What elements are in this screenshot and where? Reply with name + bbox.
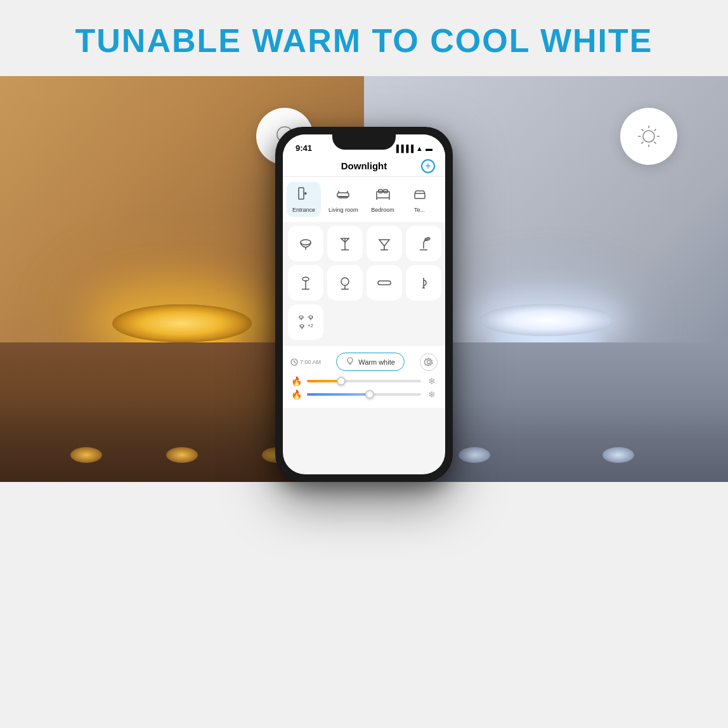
flame-icon: 🔥 (290, 376, 302, 386)
svg-line-9 (654, 142, 656, 144)
tab-bedroom-label: Bedroom (371, 207, 394, 213)
cool-light-fixture (479, 304, 613, 336)
warm-white-pill[interactable]: Warm white (336, 353, 405, 371)
svg-point-48 (300, 325, 304, 327)
light-item-floor-lamp[interactable] (327, 226, 363, 261)
svg-point-26 (301, 240, 311, 245)
bedroom-icon (375, 186, 391, 204)
svg-rect-22 (415, 193, 425, 198)
svg-line-52 (294, 362, 296, 363)
tab-living-label: Living room (328, 207, 358, 213)
warm-light-fixture (112, 304, 252, 342)
light-item-group[interactable]: +2 (288, 304, 323, 340)
living-room-icon (335, 186, 351, 204)
room-tabs: Entrance Living room (283, 177, 445, 222)
control-time: 7:00 AM (290, 358, 321, 366)
phone-notch (332, 134, 396, 150)
images-section: 9:41 ▐▐▐▐ ▲ ▬ Downlight + (0, 76, 728, 482)
other-icon (412, 186, 427, 204)
sun-icon (634, 122, 663, 151)
svg-point-44 (299, 316, 303, 318)
svg-point-46 (309, 316, 313, 318)
tab-entrance-label: Entrance (292, 207, 315, 213)
phone-screen: 9:41 ▐▐▐▐ ▲ ▬ Downlight + (283, 134, 445, 474)
cool-slider-row: 🔥 ❄ (290, 389, 438, 400)
app-title: Downlight (341, 160, 387, 171)
tab-other-label: Te... (414, 207, 425, 213)
phone-outer: 9:41 ▐▐▐▐ ▲ ▬ Downlight + (275, 127, 453, 482)
svg-line-10 (654, 129, 656, 131)
wifi-icon: ▲ (416, 145, 423, 152)
svg-point-3 (643, 131, 654, 142)
signal-icon: ▐▐▐▐ (394, 145, 413, 152)
warm-white-label: Warm white (358, 358, 395, 366)
entrance-icon (296, 186, 311, 204)
status-icons: ▐▐▐▐ ▲ ▬ (394, 145, 432, 152)
small-cool-light-1 (458, 447, 490, 463)
svg-rect-12 (299, 188, 304, 199)
svg-rect-14 (339, 197, 348, 198)
cool-slider-thumb[interactable] (365, 390, 374, 399)
add-button[interactable]: + (421, 159, 435, 173)
cool-slider-fill (307, 393, 370, 396)
phone-wrapper: 9:41 ▐▐▐▐ ▲ ▬ Downlight + (275, 127, 453, 482)
tab-living-room[interactable]: Living room (323, 182, 363, 217)
flame-icon-2: 🔥 (290, 389, 302, 400)
svg-rect-41 (378, 281, 391, 285)
tab-entrance[interactable]: Entrance (287, 182, 321, 217)
snowflake-icon-1: ❄ (426, 376, 438, 386)
svg-line-11 (642, 142, 644, 144)
svg-point-54 (427, 360, 431, 363)
status-time: 9:41 (296, 143, 312, 153)
light-item-wall-lamp[interactable] (406, 265, 441, 301)
light-item-floor-lamp-2[interactable] (288, 265, 323, 301)
control-time-label: 7:00 AM (300, 359, 321, 365)
svg-line-8 (642, 129, 644, 131)
warm-slider-track[interactable] (307, 380, 421, 382)
cool-icon-bubble (620, 108, 677, 165)
clock-icon (290, 358, 298, 366)
tab-other[interactable]: Te... (403, 182, 437, 217)
battery-icon: ▬ (426, 145, 432, 152)
small-warm-light-1 (70, 447, 102, 463)
bottom-control: 7:00 AM Warm white (283, 346, 445, 408)
tab-bedroom[interactable]: Bedroom (366, 182, 400, 217)
warm-slider-thumb[interactable] (337, 377, 346, 386)
warm-slider-fill (307, 380, 341, 382)
settings-button[interactable] (420, 353, 438, 371)
group-count-label: +2 (308, 323, 313, 330)
light-item-strip[interactable] (367, 265, 402, 301)
light-item-desk-lamp[interactable] (406, 226, 441, 261)
title-section: TUNABLE WARM TO COOL WHITE (0, 0, 728, 76)
small-warm-light-2 (166, 447, 198, 463)
light-item-round-lamp[interactable] (327, 265, 363, 301)
cool-slider-track[interactable] (307, 393, 421, 396)
light-grid: +2 (283, 222, 445, 344)
gear-icon (424, 358, 433, 367)
app-header: Downlight + (283, 155, 445, 177)
pill-bulb-icon (346, 356, 354, 367)
svg-point-38 (341, 278, 349, 285)
warm-slider-row: 🔥 ❄ (290, 376, 438, 386)
snowflake-icon-2: ❄ (426, 389, 438, 400)
light-item-triangle-lamp[interactable] (367, 226, 402, 261)
light-item-downlight[interactable] (288, 226, 323, 261)
control-time-row: 7:00 AM Warm white (290, 353, 438, 371)
small-cool-light-2 (602, 447, 634, 463)
main-title: TUNABLE WARM TO COOL WHITE (75, 22, 653, 60)
